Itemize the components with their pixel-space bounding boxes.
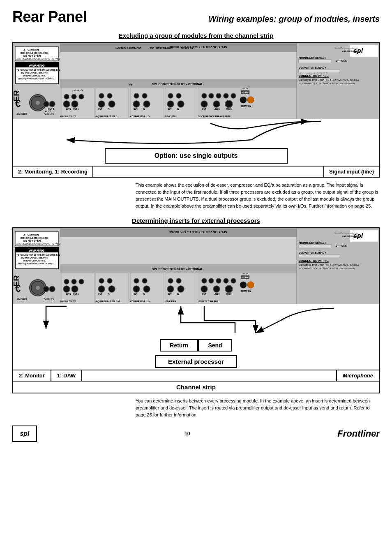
svg-point-185	[213, 286, 220, 292]
svg-point-170	[168, 278, 173, 283]
svg-text:DO NOT EXPOSE THIS UNIT: DO NOT EXPOSE THIS UNIT	[21, 257, 48, 259]
svg-text:OUT 1: OUT 1	[73, 108, 79, 110]
svg-text:AD INPUT: AD INPUT	[16, 113, 28, 116]
svg-text:IN: IN	[143, 293, 145, 295]
svg-text:TO RAIN OR MOISTURE.: TO RAIN OR MOISTURE.	[23, 75, 46, 77]
svg-text:48V ON: 48V ON	[242, 88, 248, 90]
svg-point-23	[43, 101, 49, 107]
svg-text:WARNING: WARNING	[29, 64, 45, 67]
svg-text:LINE IN: LINE IN	[214, 293, 220, 295]
svg-point-73	[209, 93, 214, 98]
svg-text:SPL CONVERTER SLOT – OPTIONAL: SPL CONVERTER SLOT – OPTIONAL	[152, 83, 203, 86]
svg-text:RISK OF ELECTRIC SHOCK: RISK OF ELECTRIC SHOCK	[21, 237, 48, 239]
svg-point-58	[133, 101, 140, 107]
svg-text:CONNECTOR WIRING: CONNECTOR WIRING	[299, 259, 329, 262]
label-microphone: Microphone	[336, 370, 379, 381]
svg-point-48	[99, 93, 104, 98]
svg-point-40	[71, 94, 76, 99]
svg-point-74	[216, 93, 221, 98]
send-box: Send	[198, 339, 232, 352]
label-signal-input: Signal input (line)	[323, 166, 379, 177]
svg-text:OUT 1: OUT 1	[73, 293, 79, 295]
svg-text:€: €	[15, 98, 21, 109]
svg-text:FRONTLINER SERIAL #: FRONTLINER SERIAL #	[299, 57, 327, 59]
svg-text:OUTPUTS: OUTPUTS	[44, 113, 54, 116]
page-number: 10	[184, 431, 190, 437]
svg-text:DISCRETE TUBE PREAMPLIFIER: DISCRETE TUBE PREAMPLIFIER	[198, 115, 231, 118]
svg-point-19	[36, 101, 40, 105]
svg-text:DE-ESSER: DE-ESSER	[165, 115, 176, 118]
svg-text:OUT: OUT	[134, 293, 138, 295]
svg-point-131	[49, 286, 55, 292]
svg-text:DISABLE: DISABLE	[242, 277, 250, 279]
svg-rect-205	[299, 254, 340, 258]
svg-text:MIC IN: MIC IN	[226, 108, 232, 110]
svg-point-51	[108, 101, 115, 107]
svg-text:THIS EQUIPMENT MUST BE EARTHED: THIS EQUIPMENT MUST BE EARTHED.	[18, 263, 55, 265]
svg-text:OUT: OUT	[134, 108, 138, 110]
svg-text:TO REDUCE RISK OF FIRE OR ELEC: TO REDUCE RISK OF FIRE OR ELECTRIC SHOCK	[16, 69, 63, 71]
svg-point-65	[176, 93, 181, 98]
return-send-area: Return Send	[13, 337, 379, 354]
svg-rect-35	[60, 52, 297, 79]
svg-text:OUT: OUT	[168, 293, 172, 295]
svg-point-156	[98, 286, 105, 292]
section1-heading: Excluding a group of modules from the ch…	[12, 32, 380, 39]
section1: Excluding a group of modules from the ch…	[12, 32, 380, 210]
svg-text:OPTIONS: OPTIONS	[336, 245, 347, 247]
svg-text:SPL CONVERTER SLOT – OPTIONAL: SPL CONVERTER SLOT – OPTIONAL	[169, 230, 227, 234]
svg-point-148	[63, 286, 70, 292]
svg-text:EQUALIZER / TUBE SAT.: EQUALIZER / TUBE SAT.	[115, 47, 141, 49]
svg-point-64	[168, 93, 173, 98]
svg-rect-142	[60, 237, 297, 264]
svg-text:COMPRESSOR / LIM.: COMPRESSOR / LIM.	[150, 47, 173, 49]
svg-text:OUT 1: OUT 1	[48, 108, 54, 110]
label-daw: 1: DAW	[51, 370, 83, 381]
svg-point-179	[209, 278, 214, 283]
panel-svg-2: ⚠ CAUTION RISK OF ELECTRIC SHOCK DO NOT …	[13, 228, 380, 304]
svg-point-192	[240, 282, 247, 288]
svg-text:OUTPUTS: OUTPUTS	[44, 298, 54, 301]
diagram2: ⚠ CAUTION RISK OF ELECTRIC SHOCK DO NOT …	[12, 227, 380, 393]
spl-logo-footer: spl	[12, 426, 37, 442]
page-subtitle: Wiring examples: group of modules, inser…	[208, 14, 380, 24]
svg-text:SoundPerformanceLab.de: SoundPerformanceLab.de	[334, 47, 359, 49]
svg-text:OUT: OUT	[98, 293, 102, 295]
svg-point-81	[225, 100, 233, 108]
section2: Determining inserts for external process…	[12, 217, 380, 419]
page-header: Rear Panel Wiring examples: group of mod…	[12, 8, 380, 25]
svg-text:CAUTION: CAUTION	[28, 49, 39, 51]
svg-text:DE-ESSER: DE-ESSER	[166, 300, 176, 303]
svg-text:OUT 2: OUT 2	[45, 110, 51, 113]
arrows-svg-2	[13, 304, 380, 337]
diagram1-labels: 2: Monitoring, 1: Recording Signal input…	[13, 166, 379, 177]
svg-point-76	[231, 93, 236, 98]
svg-point-75	[224, 93, 228, 98]
svg-text:IN: IN	[177, 293, 179, 295]
svg-text:OUT: OUT	[202, 108, 206, 110]
svg-point-164	[133, 286, 140, 292]
svg-text:COMPRESSOR / LIM.: COMPRESSOR / LIM.	[130, 300, 151, 303]
svg-point-165	[143, 286, 150, 292]
svg-text:MIC IN: MIC IN	[226, 293, 232, 295]
svg-text:DISABLE: DISABLE	[242, 92, 250, 94]
return-box: Return	[160, 339, 198, 352]
svg-text:TO REDUCE RISK OF FIRE OR ELEC: TO REDUCE RISK OF FIRE OR ELECTRIC SHOCK	[16, 254, 63, 256]
svg-point-57	[142, 93, 147, 98]
label-monitoring-recording: 2: Monitoring, 1: Recording	[13, 166, 93, 177]
svg-text:SPL CONVERTER SLOT – OPTIONAL: SPL CONVERTER SLOT – OPTIONAL	[152, 268, 203, 271]
svg-text:IN: IN	[108, 293, 110, 295]
svg-text:XLR WIRING: PIN 1 = GND / PIN : XLR WIRING: PIN 1 = GND / PIN 2 = HOT (+…	[299, 79, 359, 81]
label-monitor: 2: Monitor	[13, 370, 51, 381]
svg-text:COMPRESSOR / LIM.: COMPRESSOR / LIM.	[130, 115, 151, 118]
svg-point-72	[202, 93, 207, 98]
svg-text:CONVERTER SERIAL #: CONVERTER SERIAL #	[299, 67, 326, 69]
svg-text:DO NOT OPEN: DO NOT OPEN	[23, 55, 41, 57]
svg-rect-96	[299, 60, 332, 63]
svg-point-155	[107, 278, 112, 283]
svg-text:SPL CONVERTER SLOT – OPTIONAL: SPL CONVERTER SLOT – OPTIONAL	[169, 45, 227, 49]
svg-point-86	[240, 97, 247, 103]
svg-text:DO NOT EXPOSE THIS UNIT: DO NOT EXPOSE THIS UNIT	[21, 72, 48, 74]
svg-text:DE-ESSER: DE-ESSER	[181, 47, 193, 49]
svg-text:AD INPUT: AD INPUT	[73, 89, 83, 92]
